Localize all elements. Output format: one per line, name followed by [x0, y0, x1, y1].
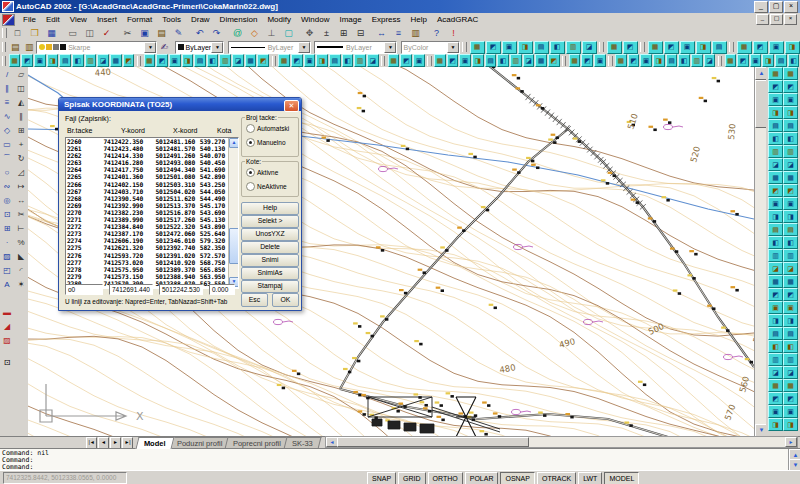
survey-point[interactable] — [699, 97, 707, 102]
acadgrac-tool-icon[interactable]: ◩ — [581, 54, 593, 67]
acadgrac-tool-icon[interactable]: ◨ — [768, 314, 783, 327]
horizontal-scrollbar[interactable]: ◄ ► — [325, 436, 798, 448]
acadgrac-tool-icon[interactable]: ▥ — [783, 249, 798, 262]
menu-help[interactable]: Help — [406, 14, 432, 25]
acadgrac-tool-icon[interactable]: ▤ — [666, 54, 678, 67]
layers-icon[interactable]: ▤ — [8, 40, 22, 55]
survey-point[interactable] — [648, 126, 656, 131]
acadgrac-tool-icon[interactable]: ◪ — [523, 54, 535, 67]
coordinate-list[interactable]: 22607412422.3505012481.160539.2702261741… — [65, 137, 239, 289]
acadgrac-tool-icon[interactable]: ◩ — [664, 41, 679, 54]
acadgrac-tool-icon[interactable]: ◨ — [768, 210, 783, 223]
acadgrac-tool-icon[interactable]: ◪ — [783, 366, 798, 379]
survey-point[interactable] — [399, 289, 407, 294]
object-snap-icon[interactable]: ◇ — [246, 26, 263, 41]
polygon-icon[interactable]: ◇ — [0, 123, 15, 137]
acadgrac-tool-icon[interactable]: ◪ — [783, 262, 798, 275]
acadgrac-tool-icon[interactable]: ◧ — [768, 132, 783, 145]
toggle-ortho[interactable]: ORTHO — [428, 472, 463, 484]
command-scrollbar[interactable]: ▲ ▼ — [788, 449, 800, 471]
coordinate-row[interactable]: 22747412606.1905012346.010579.320 — [66, 237, 238, 244]
print-icon[interactable]: ▭ — [64, 26, 81, 41]
acadgrac-tool-icon[interactable]: ▣ — [768, 197, 783, 210]
break-icon[interactable]: % — [14, 235, 29, 249]
snimias-button[interactable]: SnimiAs — [241, 267, 299, 280]
menu-acadgrac[interactable]: AcadGRAC — [432, 14, 483, 25]
acadgrac-tool-icon[interactable]: ◨ — [768, 418, 783, 431]
acadgrac-tool-icon[interactable]: ▣ — [783, 405, 798, 418]
acadgrac-tool-icon[interactable]: ◢ — [0, 319, 15, 333]
acadgrac-tool-icon[interactable]: ▣ — [502, 41, 517, 54]
coordinate-row[interactable]: 22717412389.9905012517.260545.130 — [66, 216, 238, 223]
survey-point[interactable] — [414, 340, 422, 345]
designcenter-icon[interactable]: ▥ — [407, 26, 424, 41]
acadgrac-tool-icon[interactable]: ⊡ — [0, 355, 15, 369]
acadgrac-tool-icon[interactable]: ▤ — [768, 119, 783, 132]
acadgrac-tool-icon[interactable]: ▤ — [485, 54, 497, 67]
survey-point[interactable] — [482, 401, 490, 406]
find-icon[interactable]: ✓ — [98, 26, 115, 41]
acadgrac-tool-icon[interactable]: ▦ — [783, 171, 798, 184]
acadgrac-tool-icon[interactable]: ▦ — [783, 275, 798, 288]
acadgrac-tool-icon[interactable]: ▥ — [783, 145, 798, 158]
menu-express[interactable]: Express — [367, 14, 406, 25]
chevron-down-icon[interactable]: ▼ — [384, 42, 396, 53]
acadgrac-tool-icon[interactable]: ◩ — [783, 80, 798, 93]
radio-dot[interactable] — [246, 138, 255, 147]
toggle-polar[interactable]: POLAR — [465, 472, 499, 484]
acadgrac-tool-icon[interactable]: ▦ — [245, 54, 257, 67]
esc-button[interactable]: Esc — [241, 293, 268, 307]
edit-field-1[interactable]: 7412691.440 — [109, 284, 153, 295]
acadgrac-tool-icon[interactable]: ◨ — [783, 210, 798, 223]
toggle-osnap[interactable]: OSNAP — [500, 472, 535, 484]
acadgrac-tool-icon[interactable]: ◨ — [182, 54, 194, 67]
radio-dot[interactable] — [246, 124, 255, 133]
acadgrac-tool-icon[interactable]: ◨ — [472, 54, 484, 67]
acadgrac-tool-icon[interactable]: ▣ — [680, 41, 695, 54]
menu-tools[interactable]: Tools — [157, 14, 186, 25]
acadgrac-tool-icon[interactable]: ▣ — [459, 54, 471, 67]
acadgrac-tool-icon[interactable]: ◪ — [768, 158, 783, 171]
coordinate-row[interactable]: 22697412392.9905012513.370545.170 — [66, 202, 238, 209]
drawing-icon[interactable] — [2, 14, 15, 26]
edit-field-0[interactable]: o0 — [65, 284, 103, 295]
acadgrac-tool-icon[interactable]: ◧ — [783, 132, 798, 145]
scroll-up-icon[interactable]: ▲ — [229, 138, 239, 148]
acadgrac-tool-icon[interactable]: ▣ — [750, 54, 762, 67]
acadgrac-tool-icon[interactable]: ▥ — [85, 54, 97, 67]
radio-neaktivne[interactable]: NeAktivne — [246, 182, 287, 191]
coordinate-row[interactable]: 22607412422.3505012481.160539.270 — [66, 138, 238, 145]
survey-point[interactable] — [435, 401, 443, 406]
coordinate-row[interactable]: 22787412575.9505012389.370565.850 — [66, 266, 238, 273]
multiline-text-icon[interactable]: A — [0, 277, 15, 291]
acadgrac-tool-icon[interactable]: ◩ — [737, 54, 749, 67]
autocad-app-icon[interactable] — [2, 1, 14, 12]
chevron-down-icon[interactable]: ▼ — [211, 42, 223, 53]
erase-icon[interactable]: ▱ — [14, 67, 29, 81]
survey-point[interactable] — [721, 327, 729, 332]
acadgrac-tool-icon[interactable]: ▤ — [534, 41, 549, 54]
edit-field-2[interactable]: 5012242.530 — [159, 284, 203, 295]
coordinate-row[interactable]: 22677412403.7105012504.020544.050 — [66, 188, 238, 195]
acadgrac-tool-icon[interactable]: ◩ — [783, 288, 798, 301]
acadgrac-tool-icon[interactable]: ▦ — [768, 275, 783, 288]
acadgrac-tool-icon[interactable]: ▦ — [110, 54, 122, 67]
acadgrac-tool-icon[interactable]: ◪ — [783, 158, 798, 171]
insert-block-icon[interactable]: ⊡ — [0, 207, 15, 221]
acadgrac-tool-icon[interactable]: ◨ — [762, 54, 774, 67]
radio-manuelno[interactable]: Manuelno — [246, 138, 286, 147]
acadgrac-tool-icon[interactable]: ◩ — [548, 54, 560, 67]
acadgrac-tool-icon[interactable]: ◧ — [550, 41, 565, 54]
acadgrac-tool-icon[interactable]: ▦ — [768, 171, 783, 184]
toggle-grid[interactable]: GRID — [398, 472, 426, 484]
mirror-icon[interactable]: ◭ — [14, 95, 29, 109]
acadgrac-tool-icon[interactable]: ◩ — [486, 41, 501, 54]
new-icon[interactable]: □ — [9, 26, 26, 41]
acadgrac-tool-icon[interactable]: ◩ — [753, 41, 768, 54]
help-icon[interactable]: ? — [428, 26, 445, 41]
make-layer-current-icon[interactable]: ✍ — [157, 40, 171, 55]
menu-view[interactable]: View — [65, 14, 92, 25]
acadgrac-tool-icon[interactable]: ◩ — [768, 392, 783, 405]
acadgrac-tool-icon[interactable]: ▤ — [329, 54, 341, 67]
acadgrac-tool-icon[interactable]: ▨ — [0, 333, 15, 347]
